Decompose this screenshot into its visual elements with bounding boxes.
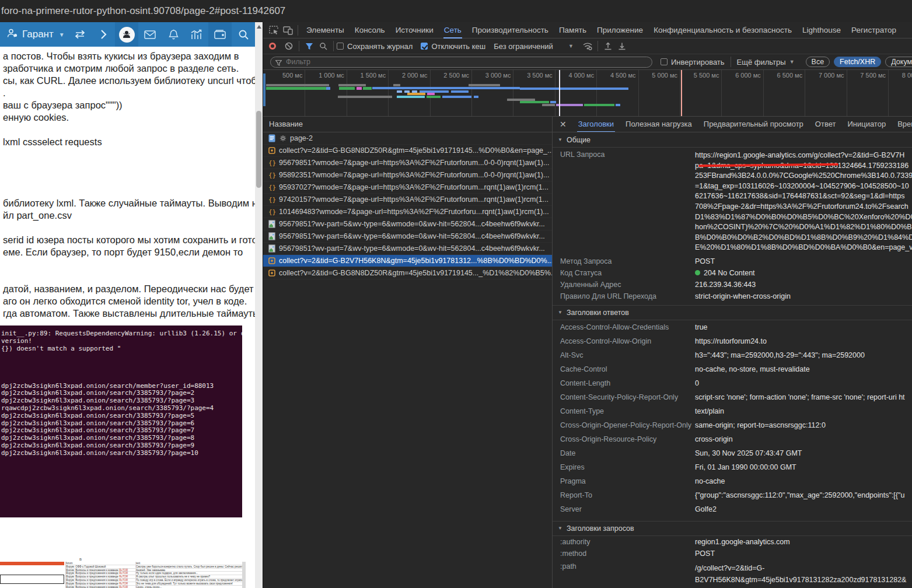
request-row[interactable]: 95679851?wv-part=7&wv-type=6&wmode=0&wv-…: [263, 243, 552, 255]
request-row[interactable]: {}95679851?wmode=7&page-url=https%3A%2F%…: [263, 157, 552, 169]
timeline-tick-label: 2 000 мс: [383, 72, 428, 79]
section-response-headers[interactable]: ▼ Заголовки ответов: [553, 305, 912, 320]
request-row[interactable]: {}95937027?wmode=7&page-url=https%3A%2F%…: [263, 181, 552, 194]
import-har-icon[interactable]: [601, 40, 615, 52]
tab-Сеть[interactable]: Сеть: [439, 22, 467, 38]
disable-cache-checkbox[interactable]: [421, 43, 428, 50]
stats-chart-button[interactable]: [185, 22, 208, 47]
close-icon[interactable]: ✕: [557, 120, 572, 129]
window-title: foro-na-primere-rutor-python-osint.90708…: [0, 0, 912, 22]
record-network-log-button[interactable]: [269, 43, 276, 50]
details-tab-Инициатор[interactable]: Инициатор: [841, 117, 892, 132]
header-row: Pragmano-cache: [553, 474, 912, 488]
request-row[interactable]: collect?v=2&tid=G-B2V7H56K8N&gtm=45je5bi…: [263, 255, 552, 267]
terminal-line: init__.py:89: RequestsDependencyWarning:…: [1, 330, 242, 338]
screen: foro-na-primere-rutor-python-osint.90708…: [0, 0, 912, 588]
preserve-log-label[interactable]: Сохранять журнал: [347, 42, 413, 51]
request-row[interactable]: {}97420157?wmode=7&page-url=https%3A%2F%…: [263, 194, 552, 206]
network-toolbar: Сохранять журнал Отключить кеш Без огран…: [263, 38, 912, 54]
scroll-up-arrow-icon[interactable]: [257, 25, 261, 29]
swap-arrows-button[interactable]: [68, 22, 92, 47]
tab-Регистратор[interactable]: Регистратор: [846, 22, 901, 38]
sheet-rutor-link[interactable]: RuTOR: [119, 572, 128, 575]
disable-cache-label[interactable]: Отключить кеш: [431, 42, 485, 51]
request-row[interactable]: page-2: [263, 132, 552, 145]
sheet-rutor-link[interactable]: RuTOR: [119, 569, 128, 572]
device-toolbar-icon[interactable]: [281, 24, 295, 36]
header-row: Код Статуса204 No Content: [553, 267, 912, 279]
filter-pill-Fetch/XHR[interactable]: Fetch/XHR: [834, 57, 881, 67]
details-tab-Предварительный просмотр[interactable]: Предварительный просмотр: [698, 117, 809, 132]
section-general[interactable]: ▼ Общие: [553, 132, 912, 148]
sheet-rutor-link[interactable]: RuTOR: [119, 575, 128, 578]
sheet-scrollbar[interactable]: [242, 562, 246, 588]
request-row[interactable]: collect?v=2&tid=G-BG8N8DZ50R&gtm=45je5bi…: [263, 267, 552, 279]
tab-Консоль[interactable]: Консоль: [350, 22, 390, 38]
waterfall-bar: [442, 96, 471, 98]
request-row[interactable]: {}95892351?wmode=7&page-url=https%3A%2F%…: [263, 169, 552, 181]
invert-filter-checkbox[interactable]: [661, 58, 668, 65]
request-row[interactable]: {}101469483?wmode=7&page-url=https%3A%2F…: [263, 206, 552, 218]
waterfall-bar: [550, 101, 556, 103]
terminal-line: {}) doesn't match a supported ": [1, 345, 242, 353]
network-overview-timeline[interactable]: 500 мс1 000 мс1 500 мс2 000 мс2 500 мс3 …: [263, 70, 912, 117]
inspect-element-icon[interactable]: [267, 24, 281, 36]
scrollbar-thumb[interactable]: [256, 111, 261, 188]
request-row[interactable]: 95679851?wv-part=6&wv-type=6&wmode=0&wv-…: [263, 230, 552, 243]
details-tab-Время[interactable]: Время: [892, 117, 912, 132]
page-scrollbar[interactable]: [255, 22, 263, 588]
sheet-rutor-link[interactable]: RuTOR: [119, 582, 128, 585]
gear-icon: [279, 134, 287, 142]
filter-icon[interactable]: [302, 40, 316, 52]
search-button[interactable]: [232, 22, 255, 47]
details-tab-Полезная нагрузка[interactable]: Полезная нагрузка: [620, 117, 698, 132]
sheet-cell-text: По поводу игр в слова. Если и вправду ин…: [136, 579, 242, 582]
tab-Производительность[interactable]: Производительность: [467, 22, 554, 38]
more-filters-dropdown[interactable]: Ещё фильтры ▼: [737, 58, 795, 66]
details-tab-Ответ[interactable]: Ответ: [809, 117, 842, 132]
search-network-icon[interactable]: [316, 40, 330, 52]
profile-avatar[interactable]: [115, 22, 138, 47]
timeline-tick-label: 7 000 мс: [800, 72, 844, 79]
request-list-header[interactable]: Название: [263, 117, 552, 132]
waterfall-bar: [372, 87, 520, 89]
tab-Конфиденциальность и безопасность[interactable]: Конфиденциальность и безопасность: [648, 22, 797, 38]
messages-button[interactable]: [138, 22, 162, 47]
waterfall-bar: [407, 93, 425, 95]
throttling-dropdown[interactable]: Без ограничений ▼: [494, 42, 574, 51]
sheet-selected-cell: [0, 575, 64, 584]
timeline-tick-label: 8 000 мс: [883, 72, 912, 79]
tab-Источники[interactable]: Источники: [390, 22, 439, 38]
terminal-line: rqawcdpj2zcbw3sigkn6l3xpad.onion/search/…: [1, 405, 242, 412]
tab-Lighthouse[interactable]: Lighthouse: [797, 22, 846, 38]
timeline-tick-label: 7 500 мс: [841, 72, 886, 79]
preserve-log-checkbox[interactable]: [337, 43, 344, 50]
tab-Память[interactable]: Память: [554, 22, 592, 38]
page-text-line: [3, 124, 255, 136]
tab-Элементы[interactable]: Элементы: [301, 22, 350, 38]
filter-input[interactable]: [270, 57, 652, 68]
details-tab-Заголовки[interactable]: Заголовки: [572, 117, 620, 132]
wallet-button[interactable]: [208, 22, 232, 47]
request-row[interactable]: 95679851?wv-part=5&wv-type=6&wmode=0&wv-…: [263, 218, 552, 230]
filter-pill-Все[interactable]: Все: [806, 57, 830, 67]
tab-Приложение[interactable]: Приложение: [592, 22, 648, 38]
section-request-headers[interactable]: ▼ Заголовки запросов: [553, 521, 912, 536]
doc2-request-icon: [268, 244, 276, 253]
network-conditions-icon[interactable]: [581, 40, 595, 52]
chevron-right-button[interactable]: [92, 22, 115, 47]
filter-pill-Документ[interactable]: Документ: [885, 57, 912, 67]
header-row: ServerGolfe2: [553, 502, 912, 516]
terminal-line: dpj2zcbw3sigkn6l3xpad.onion/search/33857…: [1, 412, 242, 420]
invert-filter-label[interactable]: Инвертировать: [671, 58, 725, 66]
export-har-icon[interactable]: [615, 40, 629, 52]
garant-menu[interactable]: Гарант ▼: [7, 29, 65, 41]
script-request-icon: {}: [268, 159, 276, 167]
sheet-rutor-link[interactable]: RuTOR: [119, 579, 128, 582]
header-name: Правило Для URL Перехода: [553, 292, 695, 300]
request-row[interactable]: collect?v=2&tid=G-BG8N8DZ50R&gtm=45je5bi…: [263, 145, 552, 157]
sheet-rutor-link[interactable]: RuTOR: [119, 586, 128, 588]
chevron-down-icon: ▼: [789, 59, 795, 65]
clear-network-log-icon[interactable]: [282, 40, 296, 52]
notifications-bell-button[interactable]: [162, 22, 185, 47]
